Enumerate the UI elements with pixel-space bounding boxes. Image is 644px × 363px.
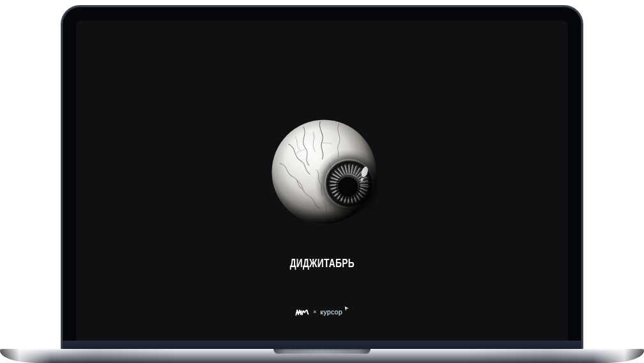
footer-brand-lockup: × курсор [76, 307, 568, 317]
laptop-screen: ДИДЖИТАБРЬ × курсор [76, 20, 568, 341]
page-title: ДИДЖИТАБРЬ [76, 257, 568, 269]
thumb-scoop-notch [273, 349, 371, 354]
scribble-logo-icon [295, 308, 309, 317]
partner-label: курсор [320, 309, 342, 316]
page-title-text: ДИДЖИТАБРЬ [289, 257, 354, 269]
collab-x-symbol: × [313, 309, 316, 315]
eyeball-illustration [270, 118, 378, 226]
laptop-base [0, 349, 644, 363]
laptop-lid: ДИДЖИТАБРЬ × курсор [61, 5, 583, 350]
laptop-mockup: ДИДЖИТАБРЬ × курсор [0, 0, 644, 363]
cursor-arrow-icon [344, 306, 349, 311]
